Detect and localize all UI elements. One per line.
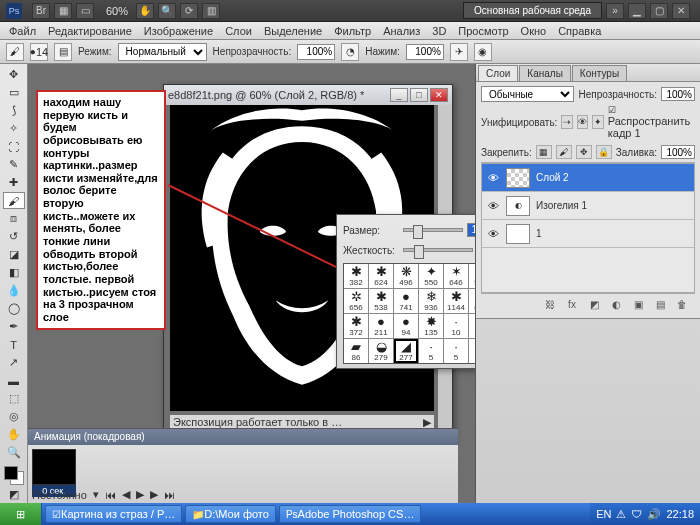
layer-name[interactable]: Изогелия 1 [536,200,587,211]
brush-preset-cell[interactable]: ◒279 [369,339,393,363]
taskbar-item[interactable]: ☑ Картина из страз / Р… [45,505,182,523]
system-tray[interactable]: EN ⚠ 🛡 🔊 22:18 [590,503,700,525]
healing-tool[interactable]: ✚ [3,174,25,191]
menu-window[interactable]: Окно [516,25,552,37]
crop-tool[interactable]: ⛶ [3,138,25,155]
eraser-tool[interactable]: ◪ [3,246,25,263]
layer-row[interactable]: 👁 ◐ Изогелия 1 [482,192,694,220]
brush-preset-cell[interactable]: ✶613 [469,289,475,313]
brush-panel-toggle[interactable]: ▤ [54,43,72,61]
menu-layer[interactable]: Слои [220,25,257,37]
brush-hardness-slider[interactable] [403,248,473,252]
launch-bridge-button[interactable]: Br [32,3,50,19]
group-icon[interactable]: ▣ [630,297,646,311]
tray-clock[interactable]: 22:18 [666,508,694,520]
brush-preset-cell[interactable]: ❋496 [394,264,418,288]
brush-preset-cell[interactable]: ●741 [394,289,418,313]
brush-preset-cell[interactable]: ✶646 [444,264,468,288]
blend-mode-select[interactable]: Нормальный [118,43,207,61]
link-layers-icon[interactable]: ⛓ [542,297,558,311]
marquee-tool[interactable]: ▭ [3,84,25,101]
tray-icon[interactable]: ⚠ [616,508,626,521]
new-layer-icon[interactable]: ▤ [652,297,668,311]
view-extras-button[interactable]: ▦ [54,3,72,19]
doc-maximize-button[interactable]: □ [410,88,428,102]
rotate-view-button[interactable]: ⟳ [180,3,198,19]
brush-size-slider[interactable] [403,228,463,232]
flow-input[interactable] [406,44,444,60]
dodge-tool[interactable]: ◯ [3,300,25,317]
move-tool[interactable]: ✥ [3,66,25,83]
layer-name[interactable]: 1 [536,228,542,239]
adjustment-layer-icon[interactable]: ◐ [608,297,624,311]
last-frame-button[interactable]: ⏭ [164,489,175,501]
unify-style-icon[interactable]: ✦ [592,115,603,129]
menu-analysis[interactable]: Анализ [378,25,425,37]
workspace-chevron-icon[interactable]: » [606,3,624,19]
taskbar-item[interactable]: 📁 D:\Мои фото [185,505,276,523]
tab-channels[interactable]: Каналы [519,65,571,81]
loop-select[interactable]: Постоянно [32,489,87,501]
menu-view[interactable]: Просмотр [453,25,513,37]
layer-blend-select[interactable]: Обычные [481,86,574,102]
history-brush-tool[interactable]: ↺ [3,228,25,245]
brush-tool[interactable]: 🖌 [3,192,25,209]
delete-layer-icon[interactable]: 🗑 [674,297,690,311]
quickmask-tool[interactable]: ◩ [3,486,25,503]
first-frame-button[interactable]: ⏮ [105,489,116,501]
brush-preset-cell[interactable]: ●94 [394,314,418,338]
start-button[interactable]: ⊞ [0,503,42,525]
layer-thumb[interactable] [506,224,530,244]
layer-name[interactable]: Слой 2 [536,172,569,183]
lock-pixels-icon[interactable]: 🖌 [556,145,572,159]
stamp-tool[interactable]: ⧈ [3,210,25,227]
play-button[interactable]: ▶ [136,488,144,501]
brush-size-value[interactable]: 14 пикс [467,223,475,237]
close-app-button[interactable]: ✕ [672,3,690,19]
tray-icon[interactable]: 🔊 [647,508,661,521]
lock-position-icon[interactable]: ✥ [576,145,592,159]
layer-row[interactable]: 👁 Слой 2 [482,164,694,192]
brush-preset-cell[interactable]: ✱1144 [444,289,468,313]
brush-preset-cell[interactable]: ✱538 [369,289,393,313]
eyedropper-tool[interactable]: ✎ [3,156,25,173]
tab-paths[interactable]: Контуры [572,65,627,81]
hand-tool-button[interactable]: ✋ [136,3,154,19]
lock-transparency-icon[interactable]: ▦ [536,145,552,159]
maximize-button[interactable]: ▢ [650,3,668,19]
shape-tool[interactable]: ▬ [3,372,25,389]
brush-preset-cell[interactable]: ▰86 [344,339,368,363]
doc-minimize-button[interactable]: _ [390,88,408,102]
zoom-level[interactable]: 60% [106,5,128,17]
taskbar-item[interactable]: Ps Adobe Photoshop CS… [279,505,421,523]
screen-mode-button[interactable]: ▭ [76,3,94,19]
brush-preset-cell[interactable]: ✸135 [419,314,443,338]
brush-preset-cell[interactable]: ✱382 [344,264,368,288]
brush-preset-cell[interactable]: ◢277 [394,339,418,363]
brush-preset-cell[interactable]: ✱372 [344,314,368,338]
brush-preset-cell[interactable]: ✦550 [419,264,443,288]
brush-preset-picker[interactable]: ●14 [30,43,48,61]
workspace-switcher[interactable]: Основная рабочая среда [463,2,602,19]
arrange-button[interactable]: ▥ [202,3,220,19]
layer-opacity-input[interactable] [661,87,695,101]
opacity-input[interactable] [297,44,335,60]
visibility-icon[interactable]: 👁 [486,199,500,213]
fill-input[interactable] [661,145,695,159]
propagate-checkbox[interactable]: ☑ Распространить кадр 1 [608,105,695,139]
layer-row[interactable]: 👁 1 [482,220,694,248]
path-tool[interactable]: ↗ [3,354,25,371]
layer-style-icon[interactable]: fx [564,297,580,311]
type-tool[interactable]: T [3,336,25,353]
brush-preset-cell[interactable]: ●211 [369,314,393,338]
layer-thumb[interactable]: ◐ [506,196,530,216]
menu-filter[interactable]: Фильтр [329,25,376,37]
zoom-tool-button[interactable]: 🔍 [158,3,176,19]
lasso-tool[interactable]: ⟆ [3,102,25,119]
3d-tool[interactable]: ⬚ [3,390,25,407]
menu-help[interactable]: Справка [553,25,606,37]
brush-preset-cell[interactable]: ✱928 [469,264,475,288]
brush-preset-cell[interactable]: ✲656 [344,289,368,313]
brush-preset-cell[interactable]: ·10 [444,314,468,338]
lock-all-icon[interactable]: 🔒 [596,145,612,159]
